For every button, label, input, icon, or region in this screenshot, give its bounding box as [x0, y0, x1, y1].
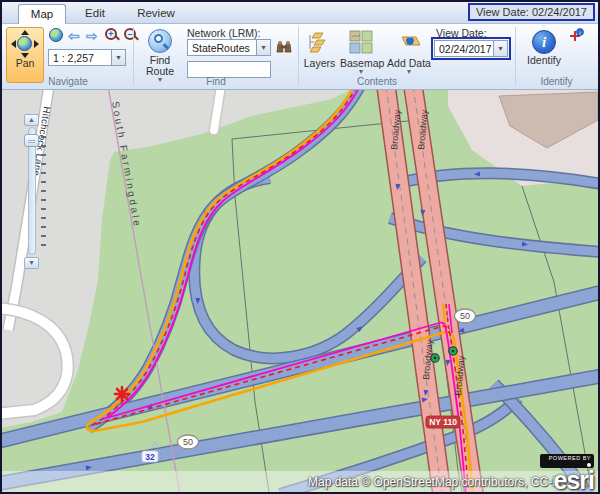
identify-label: Identify — [523, 54, 565, 66]
tab-edit[interactable]: Edit — [74, 4, 116, 24]
view-date-callout: View Date: 02/24/2017 — [468, 3, 595, 21]
svg-text:50: 50 — [460, 311, 470, 321]
ny110-shield: NY 110 — [426, 416, 460, 428]
route-50-shield: 50 — [455, 309, 476, 323]
scale-value: 1 : 2,257 — [49, 50, 111, 65]
navigate-group-label: Navigate — [4, 76, 132, 87]
scale-combobox[interactable]: 1 : 2,257 ▾ — [48, 49, 126, 66]
esri-wordmark: esri — [540, 470, 594, 490]
map-canvas[interactable]: 50 50 NY 110 32 Hitchcock Lane South Far… — [2, 90, 598, 492]
forward-extent-icon[interactable]: ⇨ — [86, 28, 98, 44]
zoom-slider-up-button[interactable]: ▲ — [24, 114, 39, 126]
binoculars-icon[interactable] — [276, 39, 293, 55]
full-extent-icon[interactable] — [49, 28, 63, 42]
esri-logo: POWERED BY esri — [540, 452, 594, 490]
zoom-slider-handle[interactable] — [24, 134, 39, 147]
zoom-slider-down-button[interactable]: ▼ — [24, 257, 39, 269]
view-date-value: 02/24/2017 — [435, 41, 493, 56]
chevron-down-icon: ▾ — [340, 69, 382, 75]
svg-text:50: 50 — [183, 437, 193, 447]
ribbon-toolbar: Pan ⇦ ⇨ + – 1 : 2,257 ▾ Navigate Find Ro… — [2, 24, 598, 90]
network-combobox[interactable]: StateRoutes ▾ — [187, 39, 271, 56]
back-extent-icon[interactable]: ⇦ — [68, 28, 80, 44]
ribbon-tab-bar: Map Edit Review View Date: 02/24/2017 — [2, 2, 598, 24]
route-start-marker — [115, 387, 129, 401]
pan-globe-icon — [12, 31, 38, 57]
route-50-shield: 50 — [178, 435, 199, 449]
app-window: Map Edit Review View Date: 02/24/2017 Pa… — [0, 0, 600, 494]
network-value: StateRoutes — [188, 40, 256, 55]
contents-group-label: Contents — [332, 76, 422, 87]
zoom-out-icon[interactable]: – — [124, 28, 136, 40]
layers-icon — [307, 29, 333, 55]
find-route-icon — [148, 29, 172, 53]
network-lrm-label: Network (LRM): — [187, 27, 261, 39]
tab-review[interactable]: Review — [130, 4, 182, 24]
chevron-down-icon[interactable]: ▾ — [111, 50, 125, 65]
basemap-icon — [348, 29, 374, 55]
calibration-point — [449, 347, 457, 355]
pan-button-label: Pan — [7, 57, 43, 69]
find-group-label: Find — [135, 76, 297, 87]
tab-map[interactable]: Map — [18, 4, 66, 24]
identify-route-icon[interactable]: i — [568, 28, 584, 44]
svg-text:32: 32 — [145, 452, 155, 462]
chevron-down-icon[interactable]: ▾ — [493, 41, 507, 56]
view-date-combobox[interactable]: 02/24/2017 ▾ — [434, 40, 508, 57]
chevron-down-icon: ▾ — [386, 69, 432, 75]
map-graphics: 50 50 NY 110 32 Hitchcock Lane South Far… — [2, 90, 598, 492]
find-route-label: Find Route — [138, 55, 182, 77]
pan-button[interactable]: Pan — [6, 27, 44, 83]
chevron-down-icon[interactable]: ▾ — [256, 40, 270, 55]
attribution-bar: Map data © OpenStreetMap contributors, C… — [2, 471, 598, 492]
zoom-in-icon[interactable]: + — [105, 28, 117, 40]
view-date-highlight: 02/24/2017 ▾ — [431, 37, 511, 60]
layers-label: Layers — [302, 57, 337, 69]
svg-text:NY 110: NY 110 — [429, 417, 457, 427]
road-stub — [214, 92, 220, 130]
zoom-slider[interactable]: ▲ ▼ — [24, 114, 48, 270]
identify-group-label: Identify — [515, 76, 598, 87]
add-data-icon — [396, 29, 422, 55]
identify-icon: i — [532, 30, 556, 54]
